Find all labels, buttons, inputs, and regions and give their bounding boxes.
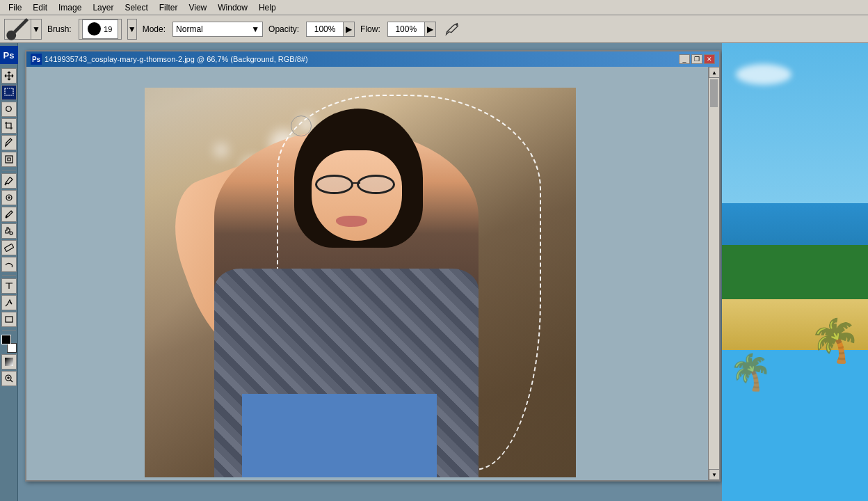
svg-rect-3	[5, 88, 13, 95]
healing-brush-tool[interactable]	[1, 190, 17, 205]
glasses-bridge	[352, 182, 360, 184]
menu-view[interactable]: View	[183, 1, 212, 14]
tool-divider-2	[2, 275, 16, 276]
crop-tool[interactable]	[1, 118, 17, 134]
path-selection-tool[interactable]	[1, 295, 17, 310]
menu-select[interactable]: Select	[119, 1, 153, 14]
flow-arrow[interactable]: ▶	[424, 22, 435, 36]
tool-divider-1	[2, 170, 16, 170]
mode-value: Normal	[176, 24, 203, 34]
title-text-group: Ps 1419935743_cosplay-mary-g-thomson-2.j…	[31, 54, 308, 65]
menu-file[interactable]: File	[3, 1, 27, 14]
zoom-tool[interactable]	[1, 371, 17, 386]
gradient-tool[interactable]	[1, 354, 17, 369]
rectangle-shape-tool[interactable]	[1, 312, 17, 327]
person-lips	[336, 216, 367, 227]
toolbox: Ps	[0, 43, 18, 501]
mode-arrow-icon: ▼	[251, 24, 259, 34]
opacity-control[interactable]: 100% ▶	[306, 22, 355, 37]
flow-control[interactable]: 100% ▶	[387, 22, 436, 37]
brush-tool-btn[interactable]: ▼	[4, 19, 42, 40]
clone-stamp-tool[interactable]	[1, 223, 17, 239]
transform-tool[interactable]	[1, 152, 17, 167]
svg-rect-10	[5, 358, 13, 366]
move-tool[interactable]	[1, 68, 17, 84]
vegetation	[722, 245, 868, 300]
workspace: Ps	[0, 43, 868, 501]
menu-edit[interactable]: Edit	[27, 1, 53, 14]
svg-rect-8	[4, 244, 13, 251]
photo-container	[145, 88, 576, 477]
brush-size-value: 19	[104, 25, 112, 33]
brush-size-control[interactable]: 19	[79, 19, 122, 40]
eyedropper-tool[interactable]	[1, 173, 17, 189]
scroll-track[interactable]	[709, 78, 719, 469]
svg-line-12	[10, 380, 13, 382]
flow-value: 100%	[388, 24, 424, 34]
opacity-arrow[interactable]: ▶	[343, 22, 354, 36]
menu-layer[interactable]: Layer	[87, 1, 119, 14]
document-title: 1419935743_cosplay-mary-g-thomson-2.jpg …	[45, 55, 308, 63]
close-button[interactable]: ✕	[704, 54, 715, 64]
canvas-area: Ps 1419935743_cosplay-mary-g-thomson-2.j…	[18, 43, 868, 501]
glasses-left	[315, 175, 353, 194]
document-titlebar[interactable]: Ps 1419935743_cosplay-mary-g-thomson-2.j…	[26, 51, 719, 67]
menu-help[interactable]: Help	[253, 1, 282, 14]
scroll-up-arrow[interactable]: ▲	[709, 67, 719, 78]
document-content: ▲ ▼	[26, 67, 719, 480]
tool-divider-3	[2, 330, 16, 331]
options-bar: ▼ Brush: 19 ▼ Mode: Normal ▼ Opacity: 10…	[0, 15, 868, 43]
flow-label: Flow:	[360, 24, 380, 34]
svg-point-7	[10, 232, 13, 234]
brush-dropdown-arrow[interactable]: ▼	[31, 19, 41, 39]
window-buttons: _ ❐ ✕	[679, 54, 715, 64]
opacity-label: Opacity:	[268, 24, 299, 34]
menu-image[interactable]: Image	[53, 1, 87, 14]
main-photo	[145, 88, 576, 477]
person-face	[312, 150, 402, 241]
document-window: Ps 1419935743_cosplay-mary-g-thomson-2.j…	[25, 50, 721, 482]
menu-bar: File Edit Image Layer Select Filter View…	[0, 0, 868, 15]
scroll-down-arrow[interactable]: ▼	[709, 469, 719, 480]
svg-point-2	[456, 24, 458, 26]
brush-tool[interactable]	[1, 207, 17, 222]
color-swatches[interactable]	[1, 335, 17, 353]
pen-tool[interactable]	[1, 135, 17, 150]
svg-point-6	[5, 216, 7, 218]
selection-tool[interactable]	[1, 85, 17, 100]
opacity-value: 100%	[307, 24, 343, 34]
fg-color-swatch[interactable]	[1, 335, 11, 344]
vertical-scrollbar: ▲ ▼	[708, 67, 719, 480]
brush-main-btn[interactable]	[5, 19, 31, 39]
brush-label: Brush:	[47, 24, 72, 34]
menu-filter[interactable]: Filter	[154, 1, 184, 14]
lasso-tool[interactable]	[1, 102, 17, 117]
svg-rect-9	[6, 317, 13, 322]
palm-tree-2: 🌴	[729, 355, 772, 390]
eraser-tool[interactable]	[1, 240, 17, 255]
minimize-button[interactable]: _	[679, 54, 690, 64]
bokeh-4	[214, 143, 228, 157]
palm-trees: 🌴	[809, 320, 861, 362]
type-tool[interactable]	[1, 278, 17, 294]
restore-button[interactable]: ❐	[691, 54, 702, 64]
right-panel: 🌴 🌴	[722, 43, 868, 501]
bg-color-swatch[interactable]	[7, 343, 17, 353]
beach-scene: 🌴 🌴	[722, 43, 868, 501]
person-top	[242, 394, 437, 477]
ps-logo: Ps	[0, 46, 18, 64]
cloud	[736, 64, 791, 85]
airbrush-btn[interactable]	[442, 19, 463, 40]
svg-line-1	[15, 19, 28, 33]
mode-label: Mode:	[143, 24, 166, 34]
ps-title-icon: Ps	[31, 54, 42, 65]
glasses-right	[357, 175, 395, 194]
menu-window[interactable]: Window	[212, 1, 253, 14]
brush-size-arrow[interactable]: ▼	[127, 19, 137, 40]
mode-dropdown[interactable]: Normal ▼	[172, 22, 263, 37]
brush-preview-circle	[88, 22, 101, 35]
scroll-thumb[interactable]	[710, 79, 718, 107]
smudge-tool[interactable]	[1, 257, 17, 272]
svg-rect-4	[6, 156, 13, 163]
